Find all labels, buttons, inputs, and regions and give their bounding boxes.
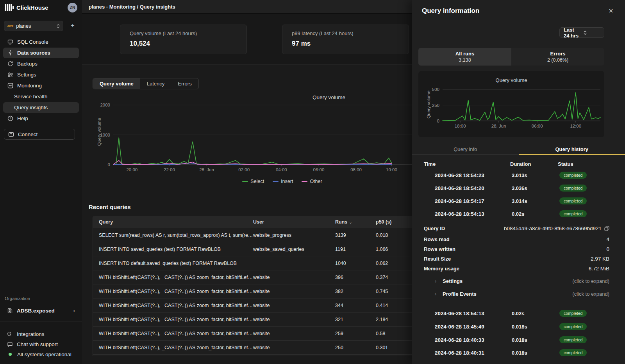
expandable-label: Settings [443,278,572,284]
cell-p50: 0.062 [376,261,412,266]
sidebar-item-query-insights[interactable]: Query insights [3,102,79,113]
tab-query-info[interactable]: Query info [412,144,519,154]
cell-user: website [253,289,335,294]
history-row[interactable]: › 2024-06-28 18:40:31 0.018s completed [412,348,625,357]
history-row[interactable]: › 2024-06-28 18:54:23 3.013s completed [412,170,625,180]
add-service-button[interactable]: + [69,22,77,30]
column-header-user[interactable]: User [253,219,335,225]
detail-row-rows-written: Rows written 0 [412,246,625,252]
cell-user: website [253,345,335,350]
history-row[interactable]: › 2024-06-28 18:54:13 0.02s completed [412,309,625,318]
connect-button[interactable]: Connect [4,129,75,140]
tab-latency[interactable]: Latency [140,78,171,89]
table-row[interactable]: WITH bitShiftLeft(CAST(?..), _CAST(?..))… [93,284,412,298]
organization-row[interactable]: ADSB.exposed › [3,305,79,316]
sidebar-item-backups[interactable]: Backups [3,59,79,69]
table-header-row: Query User Runs⌄ p50 (s) [93,216,412,228]
history-row[interactable]: › 2024-06-28 18:45:49 0.018s completed [412,322,625,331]
history-duration: 0.018s [512,324,559,330]
tab-query-history[interactable]: Query history [519,144,625,154]
brand-name: ClickHouse [16,4,68,11]
column-header-runs[interactable]: Runs⌄ [335,219,376,225]
sidebar-item-service-health[interactable]: Service health [3,91,79,102]
svg-text:08:00: 08:00 [350,167,362,172]
svg-text:12:00: 12:00 [570,124,581,128]
cell-p50: 0.58 [376,331,412,336]
column-header-status: Status [558,161,609,167]
line-chart-svg: 01000200020:0022:0028. Jun02:0004:0006:0… [94,94,412,176]
table-row[interactable]: WITH bitShiftLeft(CAST(?..), _CAST(?..))… [93,326,412,340]
table-row[interactable]: WITH bitShiftLeft(CAST(?..), _CAST(?..))… [93,312,412,326]
table-row[interactable]: SELECT sum(read_rows) AS r, sum(total_ro… [93,228,412,242]
sidebar-item-settings[interactable]: Settings [3,69,79,80]
svg-text:04:00: 04:00 [276,167,287,172]
chevron-right-icon[interactable]: › [412,185,435,191]
sidebar-item-chat-support[interactable]: Chat with support [3,339,79,349]
status-badge: completed [559,336,587,343]
chevron-right-icon[interactable]: › [412,172,435,178]
cell-query: WITH bitShiftLeft(CAST(?..), _CAST(?..))… [93,275,253,280]
history-row[interactable]: › 2024-06-28 18:54:20 3.036s completed [412,183,625,193]
chevron-right-icon[interactable]: › [412,350,435,356]
time-range-select[interactable]: Last 24 hrs [559,27,604,38]
footer-item-label: Integrations [17,331,45,337]
history-row[interactable]: › 2024-06-28 18:54:17 3.014s completed [412,196,625,206]
cell-query: WITH bitShiftLeft(CAST(?..), _CAST(?..))… [93,331,253,336]
history-time: 2024-06-28 18:54:13 [435,211,512,217]
chevron-right-icon[interactable]: › [412,337,435,343]
sidebar-item-sql-console[interactable]: SQL Console [3,37,79,47]
table-row[interactable]: WITH bitShiftLeft(CAST(?..), _CAST(?..))… [93,298,412,312]
detail-label: Memory usage [424,266,589,272]
sidebar-item-monitoring[interactable]: Monitoring [3,80,79,91]
stat-value: 10,524 [130,40,237,48]
cell-p50: 0.414 [376,303,412,308]
service-selector[interactable]: aws planes [4,21,63,31]
sidebar-item-help[interactable]: ? Help [3,113,79,124]
cell-p50: 0.374 [376,275,412,280]
segment-value: 2 (0.06%) [547,57,568,63]
chevron-right-icon[interactable]: › [412,198,435,204]
cell-query: WITH bitShiftLeft(CAST(?..), _CAST(?..))… [93,317,253,322]
history-time: 2024-06-28 18:40:33 [435,337,512,343]
cell-query: INSERT INTO saved_queries (text) FORMAT … [93,247,253,252]
legend-item-other[interactable]: Other [302,179,322,184]
main-content: planes - Monitoring / Query insights Que… [82,0,412,364]
expandable-settings[interactable]: › Settings (click to expand) [412,278,625,284]
history-row[interactable]: › 2024-06-28 18:40:33 0.018s completed [412,335,625,344]
tab-query-volume[interactable]: Query volume [93,78,140,89]
cell-p50: 0.301 [376,345,412,350]
column-header-query[interactable]: Query [93,219,253,225]
history-row-expanded[interactable]: ⌄ 2024-06-28 18:54:13 0.02s completed [412,209,625,218]
cell-query: WITH bitShiftLeft(CAST(?..), _CAST(?..))… [93,303,253,308]
expandable-profile-events[interactable]: › Profile Events (click to expand) [412,291,625,297]
legend-swatch [302,181,307,182]
panel-header: Query information ✕ [412,0,625,22]
table-row[interactable]: WITH bitShiftLeft(CAST(?..), _CAST(?..))… [93,340,412,354]
close-icon[interactable]: ✕ [607,7,615,15]
user-avatar[interactable]: ZN [68,3,77,12]
history-duration: 0.02s [512,211,559,217]
table-row[interactable]: INSERT INTO saved_queries (text) FORMAT … [93,242,412,256]
table-row[interactable]: WITH bitShiftLeft(CAST(?..), _CAST(?..))… [93,270,412,284]
segment-all-runs[interactable]: All runs 3,138 [418,48,511,66]
sidebar-item-label: Query insights [14,105,48,110]
svg-text:2000: 2000 [100,103,110,107]
table-row[interactable]: INSERT INTO default.saved_queries (text)… [93,256,412,270]
chevron-updown-icon [57,24,60,28]
sidebar-item-data-sources[interactable]: Data sources [3,48,79,58]
segment-errors[interactable]: Errors 2 (0.06%) [511,48,604,66]
chevron-right-icon[interactable]: › [412,324,435,330]
column-header-p50[interactable]: p50 (s) [376,219,412,225]
integrations-icon [7,331,13,337]
cell-runs: 3139 [335,233,376,238]
sidebar-item-integrations[interactable]: Integrations [3,329,79,339]
system-status-row[interactable]: All systems operational [3,349,79,359]
chevron-right-icon[interactable]: › [412,311,435,316]
chevron-down-icon[interactable]: ⌄ [412,211,435,217]
copy-icon[interactable] [604,226,609,231]
tab-errors[interactable]: Errors [171,78,198,89]
clickhouse-logo-icon [5,4,14,11]
history-duration: 3.014s [512,198,559,204]
legend-item-insert[interactable]: Insert [273,179,293,184]
legend-item-select[interactable]: Select [242,179,264,184]
